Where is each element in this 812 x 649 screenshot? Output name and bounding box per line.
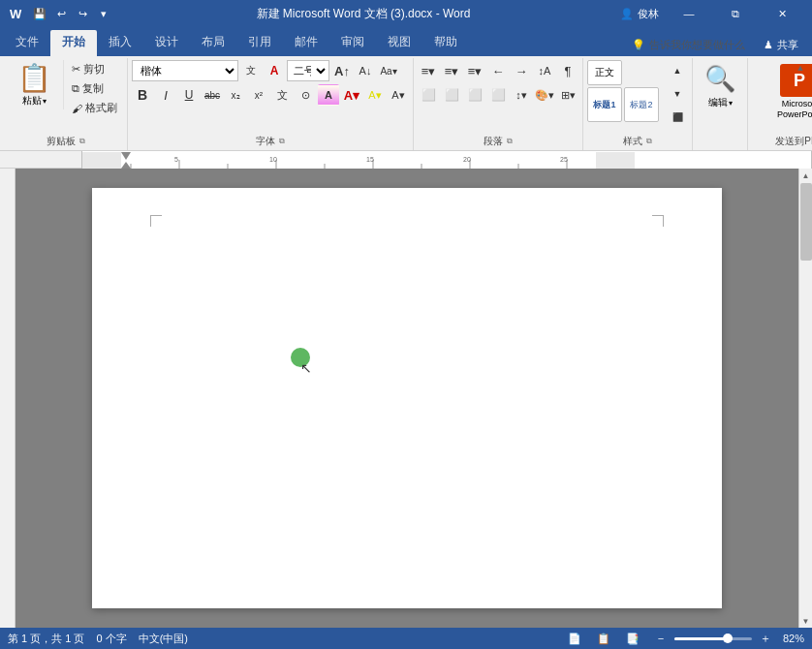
copy-button[interactable]: ⧉ 复制	[68, 79, 121, 98]
tab-layout[interactable]: 布局	[190, 30, 236, 56]
bullets-button[interactable]: ≡▾	[418, 60, 439, 81]
styles-expand-icon[interactable]: ⧉	[646, 137, 652, 146]
scroll-thumb[interactable]	[800, 183, 812, 261]
tell-me-box[interactable]: 💡 告诉我你想要做什么	[623, 35, 754, 56]
zoom-out-button[interactable]: －	[651, 631, 671, 647]
multilevel-button[interactable]: ≡▾	[464, 60, 485, 81]
paste-button[interactable]: 📋 粘贴 ▾	[10, 60, 59, 109]
svg-text:25: 25	[560, 156, 568, 163]
status-bar-right: 📄 📋 📑 － ＋ 82%	[564, 631, 804, 647]
view-read-button[interactable]: 📑	[622, 633, 643, 645]
clipboard-expand-icon[interactable]: ⧉	[79, 137, 85, 146]
style-heading1[interactable]: 标题1	[587, 87, 622, 122]
scroll-up-button[interactable]: ▲	[799, 169, 813, 182]
cut-button[interactable]: ✂ 剪切	[68, 60, 121, 78]
save-qa-btn[interactable]: 💾	[31, 5, 48, 22]
tab-help[interactable]: 帮助	[422, 30, 469, 56]
tab-design[interactable]: 设计	[143, 30, 190, 56]
align-center-button[interactable]: ⬜	[441, 84, 462, 106]
tab-review[interactable]: 审阅	[329, 30, 376, 56]
zoom-handle[interactable]	[723, 634, 733, 643]
shading-button[interactable]: A▾	[388, 84, 409, 106]
font-expand-icon[interactable]: ⧉	[279, 137, 285, 146]
para-expand-icon[interactable]: ⧉	[507, 137, 513, 146]
font-clear-icon[interactable]: 文	[240, 60, 262, 81]
user-button[interactable]: 👤 俊林	[614, 7, 665, 21]
close-button[interactable]: ✕	[760, 0, 804, 27]
show-marks-button[interactable]: ¶	[557, 60, 578, 81]
styles-up-icon[interactable]: ▲	[667, 60, 688, 81]
increase-indent-button[interactable]: →	[511, 60, 532, 81]
superscript-button[interactable]: x²	[248, 84, 269, 106]
svg-text:20: 20	[463, 156, 471, 163]
bold-button[interactable]: B	[132, 84, 153, 106]
para-row-2: ⬜ ⬜ ⬜ ⬜ ↕▾ 🎨▾ ⊞▾	[418, 84, 578, 106]
minimize-button[interactable]: —	[667, 0, 711, 27]
vertical-scrollbar[interactable]: ▲ ▼	[798, 169, 812, 628]
editing-icon: 🔍	[704, 64, 735, 94]
font-row-1: 楷体 文 A 二号 A↑ A↓ Aa▾	[132, 60, 399, 81]
editing-button[interactable]: 🔍 编辑 ▾	[697, 60, 743, 113]
font-clearformat-icon[interactable]: A	[264, 60, 285, 81]
tab-view[interactable]: 视图	[376, 30, 422, 56]
underline-button[interactable]: U	[178, 84, 200, 106]
tab-file[interactable]: 文件	[4, 30, 50, 56]
redo-qa-btn[interactable]: ↪	[74, 5, 91, 22]
justify-button[interactable]: ⬜	[487, 84, 509, 106]
font-size-select[interactable]: 二号	[287, 60, 329, 81]
customize-qa-btn[interactable]: ▾	[95, 5, 112, 22]
view-print-button[interactable]: 📄	[564, 633, 585, 645]
font-grow-icon[interactable]: A↑	[331, 60, 353, 81]
ppt-group-label-text: 发送到PPT	[775, 135, 812, 148]
zoom-track[interactable]	[674, 637, 752, 640]
style-normal[interactable]: 正文	[587, 60, 622, 85]
styles-down-icon[interactable]: ▼	[667, 83, 688, 105]
decrease-indent-button[interactable]: ←	[487, 60, 509, 81]
line-spacing-button[interactable]: ↕▾	[511, 84, 532, 106]
font-case-icon[interactable]: Aa▾	[378, 60, 399, 81]
scroll-track[interactable]	[799, 182, 813, 614]
share-button[interactable]: ♟ 共享	[754, 34, 808, 56]
scroll-down-button[interactable]: ▼	[799, 614, 813, 628]
zoom-in-button[interactable]: ＋	[756, 631, 775, 647]
styles-label: 样式 ⧉	[587, 133, 688, 150]
align-right-button[interactable]: ⬜	[464, 84, 485, 106]
format-paint-label: 格式刷	[85, 101, 117, 115]
view-web-button[interactable]: 📋	[593, 633, 614, 645]
numbering-button[interactable]: ≡▾	[441, 60, 462, 81]
font-row-2: B I U abc x₂ x² 文 ⊙ A A▾ A▾ A▾	[132, 84, 409, 106]
svg-text:10: 10	[269, 156, 277, 163]
styles-more-icon[interactable]: ⬛	[667, 107, 688, 128]
shade-button[interactable]: 🎨▾	[534, 84, 555, 106]
sort-button[interactable]: ↕A	[534, 60, 555, 81]
font-shrink-icon[interactable]: A↓	[355, 60, 376, 81]
subscript-button[interactable]: x₂	[225, 84, 246, 106]
tab-insert[interactable]: 插入	[97, 30, 143, 56]
phonetic-button[interactable]: 文	[271, 84, 293, 106]
restore-button[interactable]: ⧉	[713, 0, 758, 27]
encircle-button[interactable]: ⊙	[295, 84, 316, 106]
tab-mailings[interactable]: 邮件	[283, 30, 329, 56]
align-left-button[interactable]: ⬜	[418, 84, 439, 106]
zoom-level[interactable]: 82%	[783, 633, 804, 644]
font-color-button[interactable]: A▾	[341, 84, 362, 106]
strikethrough-button[interactable]: abc	[202, 84, 223, 106]
user-name: 俊林	[638, 7, 659, 21]
font-family-select[interactable]: 楷体	[132, 60, 238, 81]
svg-text:W: W	[10, 7, 22, 21]
clipboard-label: 剪贴板 ⧉	[10, 133, 121, 150]
format-paint-button[interactable]: 🖌 格式刷	[68, 99, 121, 117]
tab-home[interactable]: 开始	[50, 30, 97, 56]
borders-button[interactable]: ⊞▾	[557, 84, 578, 106]
style-heading2[interactable]: 标题2	[624, 87, 659, 122]
text-highlight-button[interactable]: A▾	[364, 84, 386, 106]
left-margin	[0, 169, 16, 628]
ribbon-collapse-icon[interactable]: ▲	[793, 60, 808, 76]
svg-rect-3	[596, 152, 635, 169]
italic-button[interactable]: I	[155, 84, 176, 106]
undo-qa-btn[interactable]: ↩	[52, 5, 70, 22]
highlight-button[interactable]: A	[318, 84, 339, 106]
tab-references[interactable]: 引用	[236, 30, 283, 56]
document-page[interactable]: ↖	[92, 188, 722, 608]
document-area[interactable]: ↖	[16, 169, 798, 628]
